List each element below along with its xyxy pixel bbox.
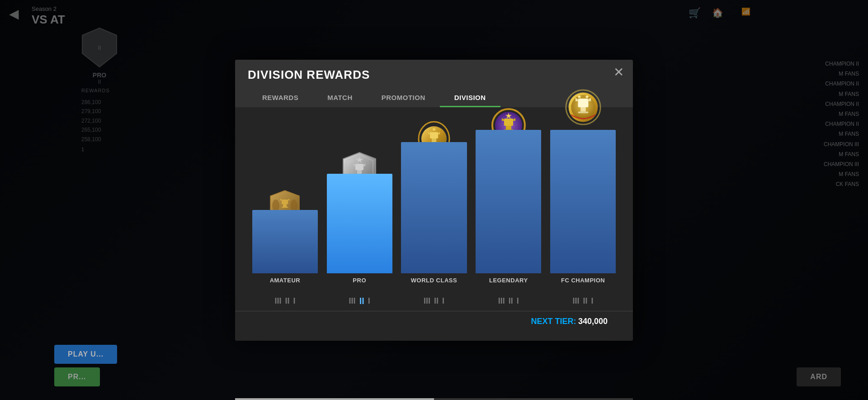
svg-rect-42 [580,107,585,112]
tab-match[interactable]: MATCH [313,89,367,107]
roman-numerals-row: III II I III II I III II I [248,296,620,306]
bar-fc-champion-fill [550,130,616,273]
next-tier-label: NEXT TIER: [531,317,576,326]
roman-pro-1: I [368,296,370,306]
modal-footer: NEXT TIER: 340,000 [248,311,620,332]
roman-world-class: III II I [397,296,472,306]
roman-legendary: III II I [471,296,546,306]
bar-label-pro: PRO [353,277,366,284]
roman-fc-3: III [573,296,580,306]
svg-rect-5 [282,200,288,204]
bar-pro-fill [327,174,392,273]
bar-pro: 4 PRO [322,130,397,284]
next-tier-value: 340,000 [578,317,608,326]
tab-division[interactable]: DIVISION [440,89,500,107]
bar-legendary: LEGENDARY [471,130,546,284]
svg-rect-9 [282,207,288,208]
svg-rect-43 [578,111,588,113]
roman-wc-1: I [442,296,444,306]
modal-body: 4 AMATEUR [235,107,633,341]
roman-fc-2: II [583,296,588,306]
chart-container: 4 AMATEUR [248,121,620,311]
bar-amateur-fill [252,210,318,273]
roman-pro: III II I [322,296,397,306]
bottom-progress-bar [235,398,633,400]
roman-wc-2: II [434,296,439,306]
roman-leg-1: I [517,296,519,306]
tab-promotion[interactable]: PROMOTION [367,89,440,107]
svg-rect-39 [578,98,588,107]
division-rewards-modal: DIVISION REWARDS ✕ REWARDS MATCH PROMOTI… [235,60,633,341]
bar-label-amateur: AMATEUR [270,277,301,284]
bar-world-class-fill [401,142,467,273]
bar-legendary-fill [476,130,541,273]
bar-label-world-class: WORLD CLASS [411,277,457,284]
roman-amateur-2: II [285,296,289,306]
roman-pro-3: III [349,296,356,306]
modal-overlay: DIVISION REWARDS ✕ REWARDS MATCH PROMOTI… [0,0,868,400]
svg-rect-14 [355,164,363,170]
badge-fc-champion [565,89,601,125]
roman-leg-2: II [509,296,513,306]
close-button[interactable]: ✕ [613,66,624,79]
roman-amateur: III II I [248,296,322,306]
svg-rect-30 [504,119,513,126]
tabs-container: REWARDS MATCH PROMOTION DIVISION [248,89,620,107]
bar-fc-champion: FC CHAMPION [546,130,620,284]
bar-world-class: WORLD CLASS [397,130,472,284]
bar-label-legendary: LEGENDARY [489,277,528,284]
svg-rect-25 [432,138,436,142]
roman-wc-3: III [424,296,430,306]
roman-amateur-3: III [274,296,281,306]
roman-fc-1: I [591,296,594,306]
roman-pro-2: II [359,296,364,306]
svg-rect-8 [283,204,287,207]
bottom-progress-fill [235,398,434,400]
roman-fc-champion: III II I [546,296,620,306]
roman-leg-3: III [498,296,505,306]
tab-rewards[interactable]: REWARDS [248,89,313,107]
modal-title: DIVISION REWARDS [248,68,620,82]
bar-label-fc-champion: FC CHAMPION [561,277,605,284]
svg-rect-22 [430,132,438,138]
svg-rect-17 [357,170,362,174]
roman-amateur-1: I [293,296,295,306]
svg-rect-33 [506,126,511,129]
bar-amateur: 4 AMATEUR [248,130,322,284]
